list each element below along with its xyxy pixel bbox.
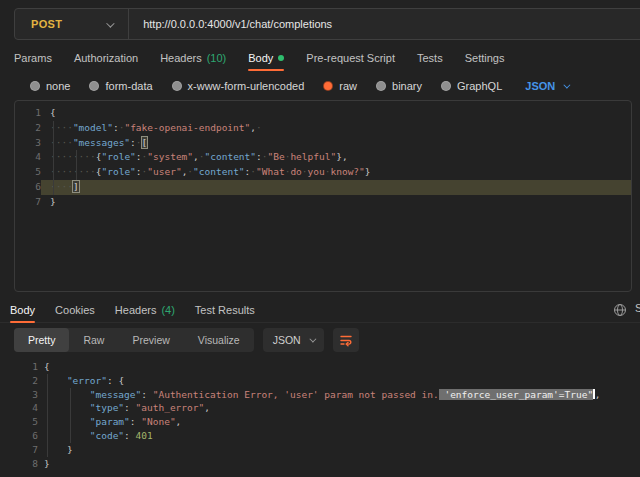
tab-label: Pre-request Script xyxy=(306,52,395,64)
tab-settings[interactable]: Settings xyxy=(465,45,505,71)
view-pretty[interactable]: Pretty xyxy=(14,328,69,352)
body-type-x-www-form-urlencoded[interactable]: x-www-form-urlencoded xyxy=(172,80,305,92)
radio-label: raw xyxy=(339,80,357,92)
tab-label: Headers xyxy=(160,52,202,64)
globe-icon[interactable] xyxy=(613,303,627,317)
tab-headers[interactable]: Headers(4) xyxy=(115,297,175,323)
code-token xyxy=(44,402,90,413)
code-token: } xyxy=(67,444,73,455)
tab-label: Body xyxy=(248,52,273,64)
code-token: , xyxy=(176,416,182,427)
indent-guide xyxy=(76,150,77,180)
response-format-dropdown[interactable]: JSON xyxy=(263,328,324,352)
tab-tests[interactable]: Tests xyxy=(417,45,443,71)
tab-label: Tests xyxy=(417,52,443,64)
body-type-raw[interactable]: raw xyxy=(323,80,357,92)
code-token: "error" xyxy=(67,375,107,386)
tab-test-results[interactable]: Test Results xyxy=(195,297,255,323)
code-line: 3 "message": "Authentication Error, 'use… xyxy=(14,388,640,402)
response-tabs: BodyCookiesHeaders(4)Test Results St xyxy=(0,297,640,323)
radio-icon xyxy=(323,81,333,91)
tab-label: Headers xyxy=(115,304,157,316)
code-line: 1{ xyxy=(14,360,640,374)
body-type-form-data[interactable]: form-data xyxy=(89,80,152,92)
code-token: ········ xyxy=(50,151,96,162)
tab-body[interactable]: Body xyxy=(10,297,35,323)
code-token: "Authentication Error, 'user' param not … xyxy=(153,389,439,400)
response-view-switcher: PrettyRawPreviewVisualize xyxy=(14,328,254,352)
tab-body[interactable]: Body xyxy=(248,45,284,71)
line-number: 3 xyxy=(14,388,38,402)
code-token: "Be xyxy=(267,151,284,162)
line-number: 1 xyxy=(15,106,41,121)
code-line: 2 "error": { xyxy=(14,374,640,388)
code-line: 7} xyxy=(15,195,631,210)
radio-label: x-www-form-urlencoded xyxy=(188,80,305,92)
response-format-label: JSON xyxy=(273,334,301,346)
view-raw[interactable]: Raw xyxy=(69,328,118,352)
code-line: 3····"messages":·[ xyxy=(15,136,631,151)
line-number: 6 xyxy=(15,180,41,195)
tab-label: Cookies xyxy=(55,304,95,316)
response-format-chevron-down-icon xyxy=(309,335,316,342)
code-token: "What xyxy=(256,166,285,177)
tab-label: Params xyxy=(14,52,52,64)
body-type-none[interactable]: none xyxy=(30,80,70,92)
line-number: 5 xyxy=(15,165,41,180)
code-line: 6····] xyxy=(15,180,631,195)
code-token: ] xyxy=(73,181,79,192)
code-token: "auth_error" xyxy=(136,402,205,413)
code-token: do xyxy=(290,166,301,177)
code-token: { xyxy=(50,107,56,118)
code-token: · xyxy=(136,137,142,148)
line-number: 5 xyxy=(14,415,38,429)
line-number: 4 xyxy=(14,401,38,415)
code-token: "role" xyxy=(102,151,136,162)
code-token: "fake-openai-endpoint" xyxy=(124,122,250,133)
request-format-dropdown[interactable]: JSON xyxy=(525,80,568,92)
request-code-editor[interactable]: 1{2····"model":·"fake-openai-endpoint",·… xyxy=(14,100,632,292)
code-token: }, xyxy=(336,151,347,162)
code-token: } xyxy=(44,458,50,469)
format-chevron-down-icon xyxy=(564,81,571,88)
radio-label: binary xyxy=(392,80,422,92)
body-type-graphql[interactable]: GraphQL xyxy=(441,80,502,92)
wrap-lines-icon xyxy=(339,333,353,347)
request-url-bar: POST http://0.0.0.0:4000/v1/chat/complet… xyxy=(14,8,640,40)
radio-label: GraphQL xyxy=(457,80,502,92)
method-chevron-down-icon[interactable] xyxy=(106,18,112,30)
radio-label: form-data xyxy=(105,80,152,92)
tab-headers[interactable]: Headers(10) xyxy=(160,45,226,71)
code-token: "content" xyxy=(205,151,256,162)
code-token xyxy=(44,430,90,441)
code-token: ········ xyxy=(50,166,96,177)
code-token: · xyxy=(256,122,262,133)
code-token: know?" xyxy=(330,166,364,177)
code-line: 5 "param": "None", xyxy=(14,415,640,429)
tab-params[interactable]: Params xyxy=(14,45,52,71)
url-input[interactable]: http://0.0.0.0:4000/v1/chat/completions xyxy=(129,18,332,30)
code-token: [ xyxy=(142,137,148,148)
tab-cookies[interactable]: Cookies xyxy=(55,297,95,323)
code-token: helpful" xyxy=(290,151,336,162)
body-type-binary[interactable]: binary xyxy=(376,80,422,92)
tab-authorization[interactable]: Authorization xyxy=(74,45,138,71)
response-code-editor[interactable]: 1{2 "error": {3 "message": "Authenticati… xyxy=(14,356,640,477)
code-token: "type" xyxy=(90,402,124,413)
tab-label: Body xyxy=(10,304,35,316)
view-preview[interactable]: Preview xyxy=(118,328,183,352)
code-token: "model" xyxy=(73,122,113,133)
code-token: } xyxy=(365,166,371,177)
response-toolbar: PrettyRawPreviewVisualize JSON xyxy=(14,328,359,352)
method-selector[interactable]: POST xyxy=(15,18,62,30)
radio-label: none xyxy=(46,80,70,92)
code-token: "code" xyxy=(90,430,124,441)
wrap-lines-button[interactable] xyxy=(333,328,359,352)
tab-label: Test Results xyxy=(195,304,255,316)
radio-icon xyxy=(441,81,451,91)
line-number: 7 xyxy=(14,443,38,457)
radio-icon xyxy=(376,81,386,91)
view-visualize[interactable]: Visualize xyxy=(184,328,254,352)
code-token: "content" xyxy=(193,166,244,177)
tab-pre-request-script[interactable]: Pre-request Script xyxy=(306,45,395,71)
